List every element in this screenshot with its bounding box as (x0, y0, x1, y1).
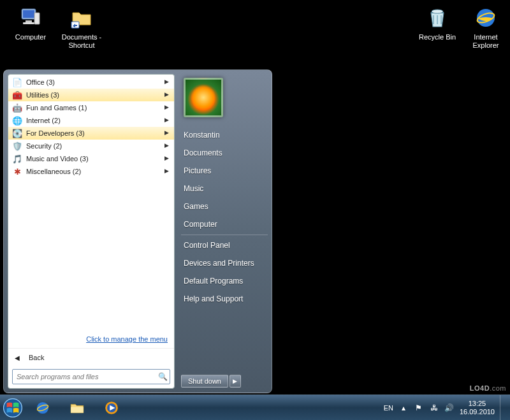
start-menu: 📄Office (3)▶ 🧰Utilities (3)▶ 🤖Fun and Ga… (3, 69, 272, 393)
internet-icon: 🌐 (12, 115, 22, 126)
office-icon: 📄 (12, 77, 22, 87)
search-row: 🔍 (8, 369, 174, 388)
program-label: Fun and Games (1) (26, 104, 87, 112)
games-icon: 🤖 (12, 103, 22, 113)
taskbar: EN ▴ ⚑ 🖧 🔊 13:25 16.09.2010 (0, 395, 510, 420)
back-arrow-icon: ◀ (15, 354, 20, 361)
windows-orb-icon (2, 397, 24, 419)
network-icon[interactable]: 🖧 (429, 403, 439, 413)
desktop-icon-label: Computer (6, 33, 55, 41)
taskbar-clock[interactable]: 13:25 16.09.2010 (460, 400, 495, 416)
start-menu-right-panel: Konstantin Documents Pictures Music Game… (175, 74, 268, 389)
right-item-computer[interactable]: Computer (181, 215, 268, 233)
clock-date: 16.09.2010 (460, 408, 495, 416)
svg-rect-3 (23, 22, 34, 24)
search-box: 🔍 (12, 369, 170, 384)
submenu-arrow-icon: ▶ (164, 129, 169, 136)
clock-time: 13:25 (460, 400, 495, 408)
desktop-icon-documents-shortcut[interactable]: Documents - Shortcut (57, 4, 106, 50)
desktop-icon-ie[interactable]: Internet Explorer (462, 4, 510, 50)
shutdown-options-button[interactable]: ▶ (229, 375, 241, 387)
dev-icon: 💽 (12, 128, 22, 138)
show-desktop-button[interactable] (500, 395, 506, 421)
program-label: For Developers (3) (26, 129, 85, 137)
desktop-icon-recycle-bin[interactable]: Recycle Bin (413, 4, 462, 41)
volume-icon[interactable]: 🔊 (444, 403, 455, 413)
program-item-internet[interactable]: 🌐Internet (2)▶ (8, 114, 174, 127)
desktop-icon-label: Internet Explorer (462, 33, 510, 50)
manage-menu-link-row: Click to manage the menu (8, 329, 174, 348)
taskbar-ie-button[interactable] (27, 398, 59, 418)
system-tray: EN ▴ ⚑ 🖧 🔊 13:25 16.09.2010 (384, 395, 510, 421)
computer-icon (18, 5, 43, 31)
media-player-icon (103, 399, 120, 417)
search-icon[interactable]: 🔍 (156, 372, 170, 381)
user-picture[interactable] (184, 78, 223, 117)
taskbar-explorer-button[interactable] (61, 398, 93, 418)
submenu-arrow-icon: ▶ (164, 168, 169, 174)
misc-icon: ✱ (12, 166, 22, 177)
shutdown-button[interactable]: Shut down (181, 375, 228, 387)
svg-rect-1 (23, 10, 34, 18)
svg-rect-13 (71, 407, 84, 412)
right-item-music[interactable]: Music (181, 180, 268, 198)
action-center-icon[interactable]: ⚑ (414, 403, 424, 413)
submenu-arrow-icon: ▶ (164, 91, 169, 98)
user-name-link[interactable]: Konstantin (181, 126, 268, 144)
security-icon: 🛡️ (12, 141, 22, 151)
program-label: Miscellaneous (2) (26, 168, 81, 175)
svg-rect-2 (26, 20, 32, 22)
right-item-default-programs[interactable]: Default Programs (181, 272, 268, 290)
start-button[interactable] (0, 395, 26, 421)
right-item-pictures[interactable]: Pictures (181, 162, 268, 180)
program-list: 📄Office (3)▶ 🧰Utilities (3)▶ 🤖Fun and Ga… (8, 75, 174, 329)
program-item-office[interactable]: 📄Office (3)▶ (8, 76, 174, 89)
shutdown-row: Shut down ▶ (181, 375, 268, 387)
folder-shortcut-icon (69, 5, 94, 31)
ie-icon (473, 5, 499, 31)
right-item-devices-printers[interactable]: Devices and Printers (181, 254, 268, 272)
submenu-arrow-icon: ▶ (164, 155, 169, 161)
submenu-arrow-icon: ▶ (164, 104, 169, 110)
svg-point-6 (432, 10, 443, 13)
taskbar-media-player-button[interactable] (96, 398, 127, 418)
separator (181, 235, 268, 235)
program-item-misc[interactable]: ✱Miscellaneous (2)▶ (8, 165, 174, 178)
svg-rect-4 (34, 13, 40, 24)
recycle-bin-icon (425, 5, 450, 31)
right-item-help-support[interactable]: Help and Support (181, 290, 268, 308)
program-label: Office (3) (26, 78, 55, 86)
submenu-arrow-icon: ▶ (164, 78, 169, 85)
program-item-utilities[interactable]: 🧰Utilities (3)▶ (8, 89, 174, 101)
utilities-icon: 🧰 (12, 90, 22, 100)
folder-icon (68, 399, 86, 417)
program-item-security[interactable]: 🛡️Security (2)▶ (8, 140, 174, 152)
desktop-icon-label: Recycle Bin (413, 33, 462, 41)
program-label: Internet (2) (26, 117, 61, 124)
ie-icon (34, 399, 52, 417)
submenu-arrow-icon: ▶ (164, 142, 169, 148)
program-item-music-video[interactable]: 🎵Music and Video (3)▶ (8, 152, 174, 165)
desktop-icon-label: Documents - Shortcut (57, 33, 106, 50)
search-input[interactable] (13, 373, 156, 380)
manage-menu-link[interactable]: Click to manage the menu (86, 335, 168, 343)
back-label: Back (29, 354, 44, 361)
desktop-icon-computer[interactable]: Computer (6, 4, 55, 41)
program-label: Music and Video (3) (26, 155, 89, 163)
start-menu-left-panel: 📄Office (3)▶ 🧰Utilities (3)▶ 🤖Fun and Ga… (8, 74, 175, 389)
language-indicator[interactable]: EN (384, 403, 393, 413)
program-label: Utilities (3) (26, 91, 59, 99)
media-icon: 🎵 (12, 154, 22, 164)
right-item-control-panel[interactable]: Control Panel (181, 236, 268, 254)
right-item-games[interactable]: Games (181, 198, 268, 215)
back-button[interactable]: ◀ Back (8, 348, 174, 369)
program-item-developers[interactable]: 💽For Developers (3)▶ (8, 127, 174, 140)
program-item-fun-games[interactable]: 🤖Fun and Games (1)▶ (8, 101, 174, 114)
submenu-arrow-icon: ▶ (164, 117, 169, 123)
right-item-documents[interactable]: Documents (181, 144, 268, 162)
program-label: Security (2) (26, 142, 62, 150)
tray-show-hidden-icon[interactable]: ▴ (398, 403, 409, 413)
